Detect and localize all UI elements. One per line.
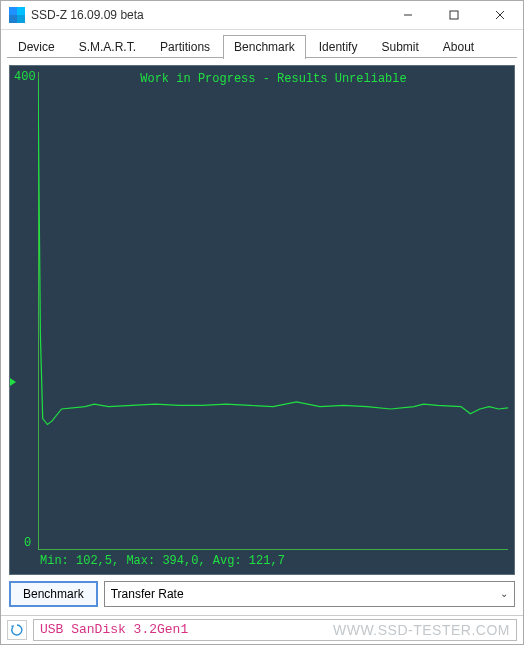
- tab-smart[interactable]: S.M.A.R.T.: [68, 35, 147, 59]
- chart-marker-icon: [10, 378, 16, 386]
- controls-row: Benchmark Transfer Rate ⌄: [9, 581, 515, 607]
- tab-partitions[interactable]: Partitions: [149, 35, 221, 59]
- metric-select-value: Transfer Rate: [111, 587, 184, 601]
- tab-identify[interactable]: Identify: [308, 35, 369, 59]
- close-button[interactable]: [477, 1, 523, 29]
- tab-benchmark[interactable]: Benchmark: [223, 35, 306, 59]
- minimize-icon: [403, 10, 413, 20]
- tab-device[interactable]: Device: [7, 35, 66, 59]
- app-window: SSD-Z 16.09.09 beta Device S.M.A.R.T. Pa…: [0, 0, 524, 645]
- app-icon: [9, 7, 25, 23]
- titlebar: SSD-Z 16.09.09 beta: [1, 1, 523, 30]
- device-name: USB SanDisk 3.2Gen1: [40, 622, 188, 637]
- maximize-icon: [449, 10, 459, 20]
- benchmark-button[interactable]: Benchmark: [9, 581, 98, 607]
- site-watermark: WWW.SSD-TESTER.COM: [333, 622, 510, 638]
- minimize-button[interactable]: [385, 1, 431, 29]
- chevron-down-icon: ⌄: [500, 588, 508, 599]
- y-axis-min: 0: [24, 536, 31, 550]
- window-title: SSD-Z 16.09.09 beta: [31, 8, 144, 22]
- chart-line: [38, 72, 508, 550]
- svg-rect-1: [450, 11, 458, 19]
- close-icon: [495, 10, 505, 20]
- tabstrip: Device S.M.A.R.T. Partitions Benchmark I…: [1, 30, 523, 58]
- window-controls: [385, 1, 523, 29]
- y-axis-max: 400: [14, 70, 36, 84]
- benchmark-chart: 400 0 Work in Progress - Results Unrelia…: [9, 65, 515, 575]
- tab-submit[interactable]: Submit: [370, 35, 429, 59]
- device-name-box: USB SanDisk 3.2Gen1 WWW.SSD-TESTER.COM: [33, 619, 517, 641]
- statusbar: USB SanDisk 3.2Gen1 WWW.SSD-TESTER.COM: [1, 615, 523, 644]
- metric-select[interactable]: Transfer Rate ⌄: [104, 581, 515, 607]
- refresh-icon: [10, 623, 24, 637]
- tab-about[interactable]: About: [432, 35, 485, 59]
- chart-stats: Min: 102,5, Max: 394,0, Avg: 121,7: [40, 554, 285, 568]
- refresh-button[interactable]: [7, 620, 27, 640]
- maximize-button[interactable]: [431, 1, 477, 29]
- tab-content: 400 0 Work in Progress - Results Unrelia…: [1, 59, 523, 615]
